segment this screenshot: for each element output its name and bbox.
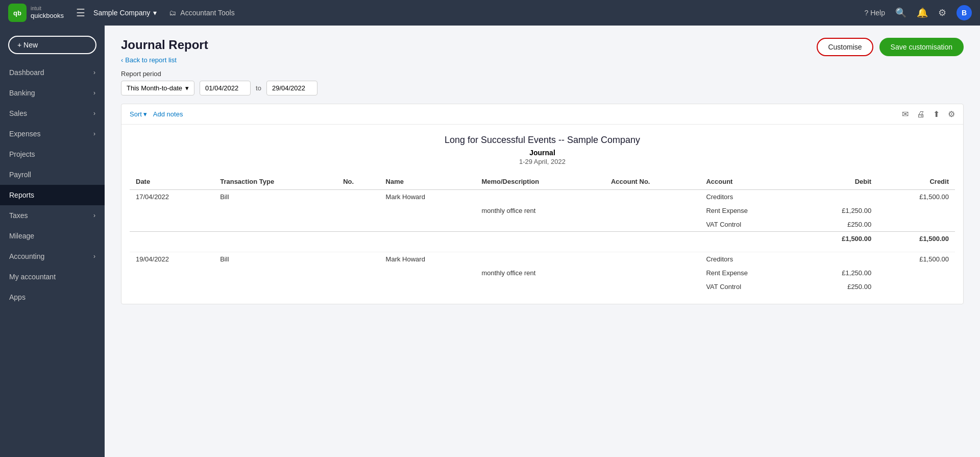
col-no: No.	[337, 174, 379, 190]
cell-credit	[877, 266, 955, 280]
cell-account: Creditors	[700, 252, 800, 267]
table-row: monthly office rent Rent Expense £1,250.…	[130, 266, 955, 280]
accountant-tools-button[interactable]: 🗂 Accountant Tools	[169, 9, 234, 17]
col-debit: Debit	[800, 174, 877, 190]
company-name-label: Sample Company	[93, 9, 150, 17]
sidebar-label-apps: Apps	[9, 293, 26, 301]
table-row: 17/04/2022 Bill Mark Howard Creditors £1…	[130, 190, 955, 204]
sidebar-item-dashboard[interactable]: Dashboard ›	[0, 62, 105, 83]
subtotal-debit: £1,500.00	[800, 232, 877, 246]
period-controls: This Month-to-date ▾ to	[121, 81, 317, 95]
sidebar-item-mileage[interactable]: Mileage	[0, 226, 105, 246]
new-button[interactable]: + New	[8, 36, 96, 54]
sort-label: Sort	[130, 110, 142, 118]
svg-text:qb: qb	[13, 9, 21, 17]
period-select-value: This Month-to-date	[127, 84, 182, 92]
back-link-label: Back to report list	[125, 56, 176, 64]
col-account: Account	[700, 174, 800, 190]
cell-credit	[877, 218, 955, 232]
sidebar-item-taxes[interactable]: Taxes ›	[0, 205, 105, 226]
customise-button[interactable]: Customise	[817, 38, 873, 56]
cell-memo	[475, 190, 604, 204]
cell-name	[380, 218, 476, 232]
sidebar-item-banking[interactable]: Banking ›	[0, 83, 105, 103]
company-selector[interactable]: Sample Company ▾	[93, 9, 157, 17]
from-date-input[interactable]	[200, 81, 251, 95]
cell-type: Bill	[214, 252, 337, 267]
table-scroll-area[interactable]: Date Transaction Type No. Name Memo/Desc…	[130, 174, 955, 294]
logo-area: qb intuit quickbooks	[8, 4, 64, 22]
report-container: Sort ▾ Add notes ✉ 🖨 ⬆ ⚙ Long for Succes…	[121, 104, 964, 304]
cell-type	[214, 280, 337, 294]
avatar[interactable]: B	[957, 5, 972, 20]
cell-debit	[800, 190, 877, 204]
to-date-input[interactable]	[266, 81, 317, 95]
chevron-right-icon: ›	[93, 110, 95, 117]
sidebar-item-payroll[interactable]: Payroll	[0, 164, 105, 185]
table-body: 17/04/2022 Bill Mark Howard Creditors £1…	[130, 190, 955, 294]
search-icon[interactable]: 🔍	[895, 7, 906, 18]
sort-chevron-icon: ▾	[143, 110, 147, 118]
period-select[interactable]: This Month-to-date ▾	[121, 81, 194, 95]
report-toolbar: Sort ▾ Add notes ✉ 🖨 ⬆ ⚙	[121, 104, 963, 125]
sidebar-item-my-accountant[interactable]: My accountant	[0, 267, 105, 287]
col-account-no: Account No.	[605, 174, 700, 190]
sidebar-label-expenses: Expenses	[9, 130, 40, 138]
chevron-down-icon: ▾	[185, 84, 189, 92]
report-header-left: Journal Report ‹ Back to report list Rep…	[121, 38, 317, 95]
settings-icon[interactable]: ⚙	[938, 7, 946, 18]
report-company-name: Long for Successful Events -- Sample Com…	[130, 135, 955, 146]
cell-date: 17/04/2022	[130, 190, 214, 204]
sidebar-item-accounting[interactable]: Accounting ›	[0, 246, 105, 267]
sidebar-item-sales[interactable]: Sales ›	[0, 103, 105, 124]
cell-debit: £250.00	[800, 280, 877, 294]
sidebar-label-reports: Reports	[9, 191, 34, 199]
export-icon[interactable]: ⬆	[933, 109, 940, 119]
quickbooks-logo: qb	[8, 4, 27, 22]
sidebar-item-projects[interactable]: Projects	[0, 144, 105, 164]
content-area: Journal Report ‹ Back to report list Rep…	[105, 26, 980, 457]
cell-account: Creditors	[700, 190, 800, 204]
header-buttons: Customise Save customisation	[817, 38, 964, 56]
cell-credit	[877, 204, 955, 218]
cell-date	[130, 280, 214, 294]
print-icon[interactable]: 🖨	[917, 110, 925, 119]
report-period-label: Report period	[121, 70, 317, 78]
settings-icon[interactable]: ⚙	[948, 109, 955, 119]
cell-credit: £1,500.00	[877, 190, 955, 204]
cell-debit: £1,250.00	[800, 204, 877, 218]
cell-no	[337, 218, 379, 232]
top-navigation: qb intuit quickbooks ☰ Sample Company ▾ …	[0, 0, 980, 26]
sort-button[interactable]: Sort ▾	[130, 110, 147, 118]
sidebar-label-payroll: Payroll	[9, 171, 31, 179]
cell-memo	[475, 218, 604, 232]
add-notes-button[interactable]: Add notes	[153, 110, 183, 118]
sidebar-item-expenses[interactable]: Expenses ›	[0, 124, 105, 144]
cell-no	[337, 190, 379, 204]
cell-name: Mark Howard	[380, 190, 476, 204]
chevron-right-icon: ›	[93, 253, 95, 260]
cell-debit: £1,250.00	[800, 266, 877, 280]
hamburger-icon[interactable]: ☰	[76, 7, 85, 19]
cell-debit	[800, 252, 877, 267]
sidebar: + New Dashboard › Banking › Sales › Expe…	[0, 26, 105, 457]
cell-no	[337, 252, 379, 267]
subtotal-credit: £1,500.00	[877, 232, 955, 246]
notifications-icon[interactable]: 🔔	[917, 7, 928, 18]
back-to-report-list-link[interactable]: ‹ Back to report list	[121, 56, 317, 64]
chevron-right-icon: ›	[93, 212, 95, 219]
sidebar-item-apps[interactable]: Apps	[0, 287, 105, 307]
cell-date	[130, 218, 214, 232]
report-content: Long for Successful Events -- Sample Com…	[121, 125, 963, 304]
cell-account: VAT Control	[700, 280, 800, 294]
save-customisation-button[interactable]: Save customisation	[879, 38, 964, 56]
table-row: 19/04/2022 Bill Mark Howard Creditors £1…	[130, 252, 955, 267]
sidebar-label-taxes: Taxes	[9, 211, 28, 220]
sidebar-item-reports[interactable]: Reports	[0, 185, 105, 205]
chevron-right-icon: ›	[93, 130, 95, 137]
cell-no	[337, 280, 379, 294]
help-button[interactable]: ? Help	[864, 9, 885, 17]
intuit-label: intuit	[31, 6, 64, 12]
cell-type	[214, 266, 337, 280]
email-icon[interactable]: ✉	[902, 109, 909, 119]
